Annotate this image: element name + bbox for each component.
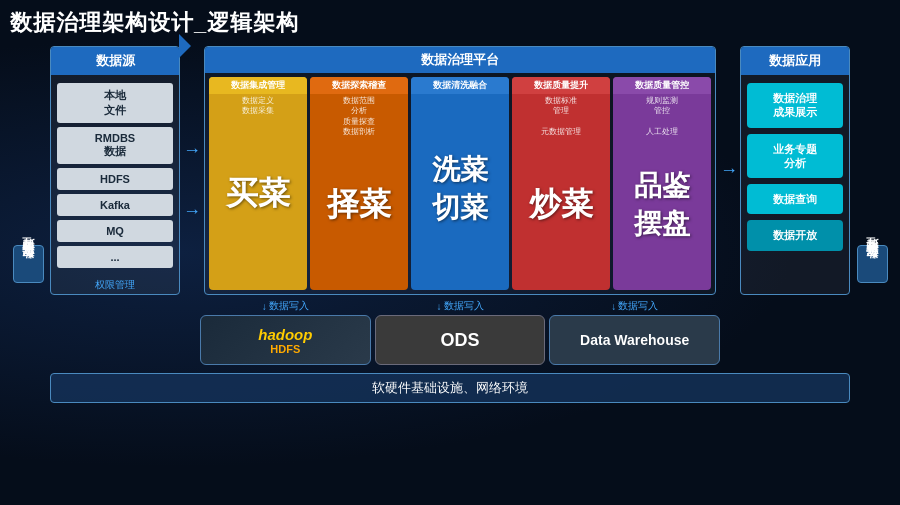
storage-row: ↓ 数据写入 hadoop HDFS ↓ 数据写入 [200,299,720,365]
app-items: 数据治理成果展示 业务专题分析 数据查询 数据开放 [741,75,849,294]
ods-text: ODS [441,330,480,351]
col3-subheader [411,94,509,108]
source-item-hdfs: HDFS [57,168,173,190]
source-item-more: ... [57,246,173,268]
page-title: 数据治理架构设计_逻辑架构 [10,8,890,38]
platform-right-arrow: → [720,46,736,295]
col1-header: 数据集成管理 [209,77,307,94]
source-item-rmdbs: RMDBS数据 [57,127,173,164]
platform-content: 数据集成管理 数据定义数据采集 买菜 数据探索稽查 数据范围分析质量探查数据剖析… [205,73,715,294]
col2-header: 数据探索稽查 [310,77,408,94]
col2-main: 择菜 [310,139,408,270]
ods-box: ODS [375,315,546,365]
app-item-3[interactable]: 数据查询 [747,184,843,214]
source-header: 数据源 [51,47,179,75]
right-sidebar-label: 数据标准管理 [857,245,888,283]
source-items: 本地文件 RMDBS数据 HDFS Kafka MQ ... [51,75,179,276]
storage-dw: ↓ 数据写入 Data Warehouse [549,299,720,365]
storage-hadoop: ↓ 数据写入 hadoop HDFS [200,299,371,365]
col2-subheader: 数据范围分析质量探查数据剖析 [310,94,408,140]
app-section: 数据应用 数据治理成果展示 业务专题分析 数据查询 数据开放 [740,46,850,295]
col4-header: 数据质量提升 [512,77,610,94]
col4-main: 炒菜 [512,139,610,270]
platform-col-5: 数据质量管控 规则监测管控人工处理 品鉴摆盘 [613,77,711,290]
source-item-local: 本地文件 [57,83,173,123]
platform-col-3: 数据清洗融合 洗菜切菜 [411,77,509,290]
hadoop-label: ↓ 数据写入 [262,299,309,313]
hadoop-sub: HDFS [258,343,312,355]
source-section: 数据源 本地文件 RMDBS数据 HDFS [50,46,180,295]
col3-header: 数据清洗融合 [411,77,509,94]
source-items-left: 本地文件 RMDBS数据 HDFS Kafka MQ ... [57,83,173,268]
source-arrows: → → [184,46,200,295]
right-sidebar: 数据标准管理 [854,46,890,481]
arrow-2: → [183,201,201,222]
center-area: 数据源 本地文件 RMDBS数据 HDFS [50,46,850,481]
left-sidebar-label: 数据安全管理 [13,245,44,283]
arrow-1: → [183,140,201,161]
col5-header: 数据质量管控 [613,77,711,94]
dw-label: ↓ 数据写入 [611,299,658,313]
col1-main: 买菜 [209,119,307,270]
main-container: 数据治理架构设计_逻辑架构 数据安全管理 数据源 本地 [0,0,900,505]
ods-label: ↓ 数据写入 [437,299,484,313]
dw-text: Data Warehouse [580,332,689,348]
hadoop-logo: hadoop [258,326,312,343]
storage-ods: ↓ 数据写入 ODS [375,299,546,365]
left-sidebar: 数据安全管理 [10,46,46,481]
app-item-4[interactable]: 数据开放 [747,220,843,250]
platform-section: 数据治理平台 数据集成管理 数据定义数据采集 买菜 数据探索稽查 数据范围 [204,46,716,295]
col3-main: 洗菜切菜 [411,108,509,270]
platform-col-1: 数据集成管理 数据定义数据采集 买菜 [209,77,307,290]
bottom-bar: 软硬件基础设施、网络环境 [50,373,850,403]
platform-col-4: 数据质量提升 数据标准管理元数据管理 炒菜 [512,77,610,290]
app-header: 数据应用 [741,47,849,75]
col5-subheader: 规则监测管控人工处理 [613,94,711,140]
col5-main: 品鉴摆盘 [613,139,711,270]
source-permissions: 权限管理 [91,276,139,294]
source-item-mq: MQ [57,220,173,242]
app-item-2[interactable]: 业务专题分析 [747,134,843,179]
outer-layout: 数据安全管理 数据源 本地文件 [10,46,890,481]
source-item-kafka: Kafka [57,194,173,216]
platform-col-2: 数据探索稽查 数据范围分析质量探查数据剖析 择菜 [310,77,408,290]
hadoop-box: hadoop HDFS [200,315,371,365]
col4-subheader: 数据标准管理元数据管理 [512,94,610,140]
platform-header: 数据治理平台 [205,47,715,73]
top-sections: 数据源 本地文件 RMDBS数据 HDFS [50,46,850,295]
dw-box: Data Warehouse [549,315,720,365]
col1-subheader: 数据定义数据采集 [209,94,307,119]
app-item-1[interactable]: 数据治理成果展示 [747,83,843,128]
